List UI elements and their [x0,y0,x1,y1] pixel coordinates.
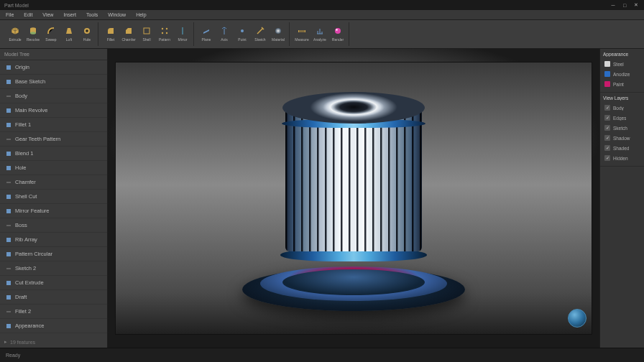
ribbon-measure[interactable]: Measure [294,22,310,45]
tree-item-label: Fillet 2 [15,308,31,315]
color-swatch-icon [604,71,610,77]
tree-item[interactable]: Hole [0,161,107,175]
tree-item-label: Blend 1 [15,150,33,157]
tree-item-label: Body [15,93,27,99]
svg-rect-23 [6,238,11,242]
tree-item-label: Mirror Feature [15,208,50,214]
sweep-icon [46,26,56,36]
tree-item[interactable]: Gear Teeth Pattern [0,132,107,147]
feature-icon [6,165,12,171]
appearance-item[interactable]: Anodize [603,69,641,79]
menu-insert[interactable]: Insert [63,12,76,17]
checkbox-icon: ✓ [604,155,610,161]
tree-item[interactable]: Sketch 2 [0,261,107,276]
tree-item[interactable]: Origin [0,60,107,75]
ribbon-render[interactable]: Render [330,22,346,45]
ribbon-revolve[interactable]: Revolve [25,22,41,45]
menu-tools[interactable]: Tools [86,12,98,17]
minimize-button[interactable]: ─ [610,1,617,9]
tree-header: Model Tree [0,49,107,60]
ribbon-toolbar: ExtrudeRevolveSweepLoftHoleFilletChamfer… [0,20,644,49]
ribbon-pattern[interactable]: Pattern [157,22,172,45]
menu-help[interactable]: Help [136,12,146,17]
tree-item-label: Pattern Circular [15,251,52,257]
menu-file[interactable]: File [6,12,14,17]
feature-icon [6,194,12,200]
ribbon-extrude[interactable]: Extrude [7,22,23,45]
feature-icon [6,93,12,99]
tree-item[interactable]: Mirror Feature [0,204,107,218]
appearance-item[interactable]: Paint [603,79,641,89]
svg-rect-26 [6,295,11,300]
maximize-button[interactable]: □ [621,1,628,9]
layer-item[interactable]: ✓Body [603,103,641,113]
tree-item[interactable]: Fillet 2 [0,305,107,319]
svg-point-9 [166,32,167,34]
checkbox-icon: ✓ [604,135,610,141]
ribbon-axis[interactable]: Axis [216,22,232,45]
ribbon-sketch[interactable]: Sketch [252,22,268,45]
menu-edit[interactable]: Edit [24,12,32,17]
tree-item[interactable]: Cut Extrude [0,276,107,290]
feature-icon [6,223,12,228]
close-button[interactable]: ✕ [632,1,640,9]
tree-item[interactable]: Draft [0,290,107,305]
svg-point-4 [86,29,88,32]
tree-item-label: Hole [15,164,26,171]
appearance-section-title: Appearance [603,52,641,57]
checkbox-icon: ✓ [604,145,610,151]
svg-rect-25 [6,281,11,285]
tree-item[interactable]: Fillet 1 [0,118,107,132]
tree-item[interactable]: Pattern Circular [0,247,107,261]
svg-point-8 [162,32,163,34]
svg-point-6 [162,28,163,29]
analyze-icon [315,26,325,36]
3d-viewport[interactable] [108,49,599,348]
tree-item[interactable]: Blend 1 [0,147,107,161]
tree-item[interactable]: Boss [0,218,107,233]
ribbon-plane[interactable]: Plane [198,22,214,45]
tree-item[interactable]: Body [0,89,107,103]
ribbon-analyze[interactable]: Analyze [312,22,328,45]
tree-item[interactable]: Base Sketch [0,75,107,89]
layer-item[interactable]: ✓Sketch [603,123,641,133]
checkbox-icon: ✓ [604,105,610,111]
cube-icon [10,26,20,36]
color-swatch-icon [604,81,610,87]
color-swatch-icon [604,61,610,67]
layer-item[interactable]: ✓Hidden [603,153,641,163]
ribbon-chamfer[interactable]: Chamfer [121,22,137,45]
svg-point-2 [30,32,36,34]
svg-point-13 [335,28,341,34]
layer-item[interactable]: ✓Shadow [603,133,641,143]
tree-item[interactable]: Rib Array [0,233,107,247]
appearance-item[interactable]: Steel [603,59,641,69]
viewport-canvas[interactable] [115,62,592,335]
gear-model[interactable] [231,70,476,315]
ribbon-mirror[interactable]: Mirror [175,22,190,45]
ribbon-hole[interactable]: Hole [79,22,95,45]
tree-item[interactable]: Main Revolve [0,103,107,118]
feature-icon [6,122,12,128]
feature-icon [6,151,12,157]
tree-item[interactable]: Appearance [0,319,107,333]
ribbon-loft[interactable]: Loft [61,22,77,45]
tree-item[interactable]: Shell Cut [0,190,107,204]
arrow-right-icon: ▸ [4,339,7,345]
axis-icon [219,26,229,36]
ribbon-point[interactable]: Point [234,22,250,45]
ribbon-material[interactable]: Material [270,22,286,45]
ribbon-sweep[interactable]: Sweep [43,22,59,45]
layer-item[interactable]: ✓Shaded [603,143,641,153]
tree-item[interactable]: Chamfer [0,175,107,190]
app-logo-icon [568,309,586,328]
feature-icon [6,136,12,142]
menu-view[interactable]: View [42,12,53,17]
ribbon-fillet[interactable]: Fillet [103,22,119,45]
status-bar: Ready [0,348,644,362]
ribbon-shell[interactable]: Shell [139,22,155,45]
layer-item[interactable]: ✓Edges [603,113,641,123]
feature-icon [6,266,12,272]
menu-window[interactable]: Window [108,12,126,17]
tree-item-label: Origin [15,64,29,70]
